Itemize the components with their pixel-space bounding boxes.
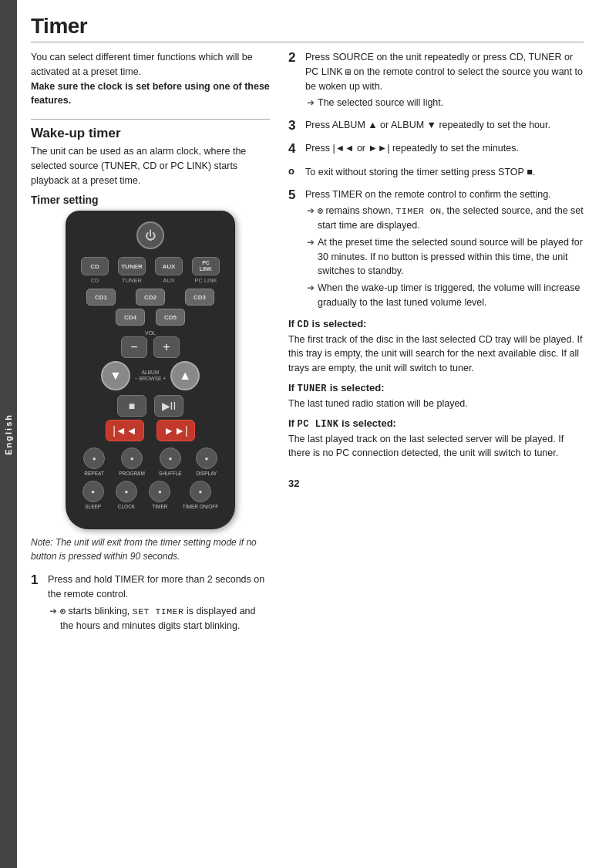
func-row2: ● SLEEP ● CLOCK ● TIMER ● TIMER ON/OFF xyxy=(76,481,224,509)
step-3-num: 3 xyxy=(288,118,301,133)
main-content: Timer You can select different timer fun… xyxy=(17,0,599,868)
repeat-button[interactable]: ● xyxy=(83,448,105,469)
timer-button[interactable]: ● xyxy=(149,481,170,502)
program-label: PROGRAM xyxy=(119,471,145,476)
step-5-content: Press TIMER on the remote control to con… xyxy=(305,187,584,310)
prev-button[interactable]: |◄◄ xyxy=(106,420,144,441)
album-browse-area: ▼ ALBUM − BROWSE + ▲ xyxy=(76,361,224,390)
pclink-selected-title: If PC LINK is selected: xyxy=(288,417,584,430)
aux-source-button[interactable]: AUX xyxy=(155,257,183,275)
cd5-button[interactable]: CD5 xyxy=(156,309,185,326)
step-2-arrow: ➜ The selected source will light. xyxy=(305,96,584,110)
step-1-arrow: ➜ ⊙ starts blinking, SET TIMER is displa… xyxy=(48,604,270,633)
vol-plus-button[interactable]: + xyxy=(153,336,180,358)
program-col: ● PROGRAM xyxy=(119,448,145,476)
skip-row: |◄◄ ►►| xyxy=(76,420,224,441)
left-column: You can select different timer functions… xyxy=(31,50,270,854)
cd-row1: CD1 CD2 CD3 xyxy=(76,289,224,306)
cd-selected-body: The first track of the disc in the last … xyxy=(288,333,584,376)
note-text: Note: The unit will exit from the timer … xyxy=(31,535,270,563)
side-tab: English xyxy=(0,0,17,868)
step-2: 2 Press SOURCE on the unit repeatedly or… xyxy=(288,50,584,110)
cd-label: CD xyxy=(91,277,99,284)
cd3-button[interactable]: CD3 xyxy=(185,289,214,306)
display-col: ● DISPLAY xyxy=(196,448,217,476)
divider xyxy=(31,119,270,120)
tuner-source-button[interactable]: TUNER xyxy=(118,257,146,275)
play-pause-button[interactable]: ▶II xyxy=(154,395,183,417)
wake-up-desc: The unit can be used as an alarm clock, … xyxy=(31,144,270,187)
shuffle-col: ● SHUFFLE xyxy=(159,448,182,476)
sleep-col: ● SLEEP xyxy=(82,481,104,509)
tuner-selected-title: If TUNER is selected: xyxy=(288,382,584,394)
step-3-content: Press ALBUM ▲ or ALBUM ▼ repeatedly to s… xyxy=(305,118,584,133)
cd1-button[interactable]: CD1 xyxy=(86,289,116,306)
power-row: ⏻ xyxy=(76,221,224,249)
source-pclink-col: PCLINK PC LINK xyxy=(192,257,220,284)
wake-up-title: Wake-up timer xyxy=(31,126,270,141)
cd2-button[interactable]: CD2 xyxy=(136,289,165,306)
side-tab-label: English xyxy=(4,414,13,455)
step-3: 3 Press ALBUM ▲ or ALBUM ▼ repeatedly to… xyxy=(288,118,584,133)
album-down-button[interactable]: ▼ xyxy=(101,361,130,390)
step-5: 5 Press TIMER on the remote control to c… xyxy=(288,187,584,310)
vol-row: − + xyxy=(76,336,224,358)
step-5-arrow2: ➜ At the preset time the selected sound … xyxy=(305,235,584,279)
timer-onoff-label: TIMER ON/OFF xyxy=(183,504,219,509)
step-1-num: 1 xyxy=(31,572,43,633)
display-label: DISPLAY xyxy=(196,471,217,476)
cd4-button[interactable]: CD4 xyxy=(116,309,145,326)
album-browse-labels: ALBUM − BROWSE + xyxy=(135,370,166,383)
sleep-label: SLEEP xyxy=(85,504,101,509)
source-row: CD CD TUNER TUNER AUX AUX PCLINK PC LINK xyxy=(76,257,224,284)
cd-row2: CD4 CD5 xyxy=(76,309,224,326)
timer-onoff-col: ● TIMER ON/OFF xyxy=(183,481,219,509)
step-1: 1 Press and hold TIMER for more than 2 s… xyxy=(31,572,270,633)
timer-setting-title: Timer setting xyxy=(31,194,270,206)
stop-button[interactable]: ■ xyxy=(117,395,146,417)
shuffle-label: SHUFFLE xyxy=(159,471,182,476)
cd-source-button[interactable]: CD xyxy=(81,257,109,275)
intro-text: You can select different timer functions… xyxy=(31,50,270,108)
program-button[interactable]: ● xyxy=(121,448,143,469)
sleep-button[interactable]: ● xyxy=(82,481,104,502)
clock-col: ● CLOCK xyxy=(116,481,137,509)
step-1-content: Press and hold TIMER for more than 2 sec… xyxy=(48,572,270,633)
vol-label: VOL xyxy=(76,330,224,336)
step-5-num: 5 xyxy=(288,187,301,310)
step-2-num: 2 xyxy=(288,50,301,110)
next-button[interactable]: ►►| xyxy=(156,420,195,441)
power-button[interactable]: ⏻ xyxy=(136,221,164,249)
page-title: Timer xyxy=(31,14,584,42)
source-cd-col: CD CD xyxy=(81,257,109,284)
func-row1: ● REPEAT ● PROGRAM ● SHUFFLE ● DISPLAY xyxy=(76,448,224,476)
source-tuner-col: TUNER TUNER xyxy=(118,257,146,284)
step-4: 4 Press |◄◄ or ►►| repeatedly to set the… xyxy=(288,141,584,157)
step-2-content: Press SOURCE on the unit repeatedly or p… xyxy=(305,50,584,110)
remote-control: ⏻ CD CD TUNER TUNER AUX AUX xyxy=(66,211,235,529)
shuffle-button[interactable]: ● xyxy=(160,448,181,469)
pclink-selected-body: The last played track on the last select… xyxy=(288,432,584,461)
timer-onoff-button[interactable]: ● xyxy=(190,481,211,502)
tuner-selected-body: The last tuned radio station will be pla… xyxy=(288,397,584,411)
clock-button[interactable]: ● xyxy=(116,481,137,502)
timer-col: ● TIMER xyxy=(149,481,170,509)
repeat-col: ● REPEAT xyxy=(83,448,105,476)
step-o: o To exit without storing the timer sett… xyxy=(288,165,584,180)
transport-row: ■ ▶II xyxy=(76,395,224,417)
step-o-content: To exit without storing the timer settin… xyxy=(305,165,584,180)
pclink-source-button[interactable]: PCLINK xyxy=(192,257,220,275)
clock-label: CLOCK xyxy=(118,504,135,509)
source-aux-col: AUX AUX xyxy=(155,257,183,284)
display-button[interactable]: ● xyxy=(196,448,217,469)
aux-label: AUX xyxy=(163,277,174,284)
columns: You can select different timer functions… xyxy=(31,50,584,854)
step-5-arrow1: ➜ ⊙ remains shown, TIMER ON, the selecte… xyxy=(305,204,584,233)
step-4-content: Press |◄◄ or ►►| repeatedly to set the m… xyxy=(305,141,584,157)
step-4-num: 4 xyxy=(288,141,301,157)
step-5-arrow3: ➜ When the wake-up timer is triggered, t… xyxy=(305,281,584,310)
pclink-label: PC LINK xyxy=(194,277,217,284)
vol-minus-button[interactable]: − xyxy=(121,336,147,358)
album-up-button[interactable]: ▲ xyxy=(170,361,200,390)
timer-label: TIMER xyxy=(152,504,167,509)
